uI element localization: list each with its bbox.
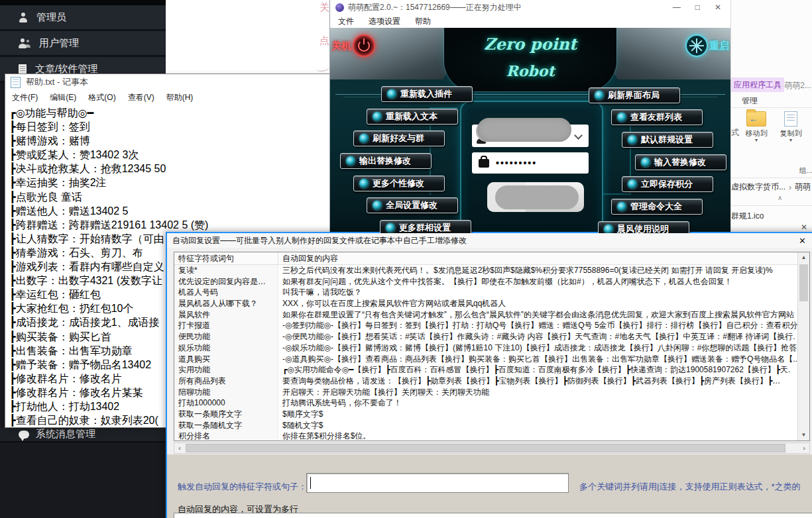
bot-action-button[interactable]: 全局设置修改	[367, 197, 458, 213]
gear-icon	[604, 225, 613, 233]
bot-action-button[interactable]: 查看友群列表	[611, 109, 703, 125]
trigger-input[interactable]	[306, 473, 569, 493]
chevron-down-icon[interactable]	[574, 131, 583, 140]
bot-action-button[interactable]: 更多个性修改	[353, 176, 445, 191]
password-field[interactable]: •••••••••	[472, 152, 589, 174]
autoreply-row[interactable]: 晨风软件 如果你在群规里设置了“只有包含关键词才触发”，那么包含“晨风软件”的关…	[174, 309, 798, 321]
bot-action-button[interactable]: 晨风使用说明	[598, 221, 689, 233]
vertical-scrollbar[interactable]: ▲ ▼	[797, 252, 809, 440]
scroll-right-arrow[interactable]: ›	[799, 443, 809, 453]
trigger-cell: 打劫1000000	[174, 397, 278, 409]
bot-action-label: 更多个性修改	[373, 178, 424, 189]
bot-action-button[interactable]: 默认群规设置	[622, 132, 713, 148]
autoreply-row[interactable]: 机器人号码 叫我干嘛，请我吃饭？	[174, 287, 798, 298]
trigger-cell: 道具购买	[174, 354, 278, 365]
bot-action-label: 输出替换修改	[359, 155, 411, 167]
menu-file[interactable]: 文件(F)	[12, 92, 38, 103]
copy-to-button[interactable]: 复制到 ▾	[776, 111, 805, 142]
bot-action-label: 刷新界面布局	[608, 89, 660, 101]
menu-help[interactable]: 帮助(H)	[166, 92, 194, 103]
reply-cell: -◎道具购买◎-【换行】查看商品：商品列表【换行】购买装备：购买匕首【换行】出售…	[278, 354, 798, 365]
scrollbar-thumb[interactable]	[186, 444, 785, 452]
censor-blob	[477, 118, 571, 142]
close-button[interactable]: ✕	[715, 3, 721, 12]
trigger-cell: 娱乐功能	[174, 342, 278, 354]
reply-cell: $顺序文字$	[278, 409, 798, 420]
autoreply-row[interactable]: 获取一条随机文字 $随机文字$	[174, 420, 798, 431]
shutdown-button[interactable]: 关机	[331, 34, 375, 57]
menu-format[interactable]: 格式(O)	[88, 92, 115, 103]
autoreply-row[interactable]: 娱乐功能 -◎娱乐功能◎-【换行】赌博游戏：赌博【换行】(赌博1赔10 下注10…	[174, 342, 798, 354]
scrollbar-thumb[interactable]	[799, 264, 808, 301]
login-button-censored[interactable]	[487, 182, 584, 212]
autoreply-row[interactable]: 道具购买 -◎道具购买◎-【换行】查看商品：商品列表【换行】购买装备：购买匕首【…	[174, 354, 798, 365]
autoreply-row[interactable]: 积分排名 你排在第$积分排名$位。	[174, 431, 798, 441]
breadcrumb-folder[interactable]: 虚拟数字货币...	[731, 181, 785, 193]
menu-file[interactable]: 文件	[338, 16, 354, 27]
menu-options[interactable]: 选项设置	[369, 16, 400, 27]
reply-content-textarea[interactable]	[174, 513, 812, 518]
autoreply-row[interactable]: 打劫1000000 打劫腾讯系统号码，你不要命了！	[174, 397, 798, 409]
copy-pages-icon	[784, 111, 797, 127]
gear-icon	[373, 112, 382, 121]
collapse-ribbon-chevron[interactable]: ∧	[778, 194, 782, 201]
close-icon[interactable]: ✕	[799, 236, 806, 246]
autoreply-row[interactable]: 陪聊功能 开启聊天：开启聊天功能【换行】关闭聊天：关闭聊天功能	[174, 387, 798, 398]
account-combobox[interactable]	[472, 125, 589, 147]
bot-action-button[interactable]: 重新载入插件	[381, 86, 473, 102]
scroll-left-arrow[interactable]: ‹	[174, 443, 185, 453]
reply-cell: 打劫腾讯系统号码，你不要命了！	[278, 397, 798, 409]
caret-down-icon: ▾	[776, 138, 805, 142]
autoreply-row[interactable]: 打卡报道 -◎签到功能◎-【换行】每日签到：签到【换行】打劫：打劫Q号【换行】赠…	[174, 320, 798, 331]
trigger-cell: 获取一条顺序文字	[174, 409, 278, 420]
close-icon[interactable]: ✕	[801, 223, 807, 232]
autoreply-row[interactable]: 实用功能 ┏◎实用功能命令◎━【换行】┣百度百科：百科感冒【换行】┣百度知道：百…	[174, 364, 798, 376]
file-name-label[interactable]: 群规1.ico	[731, 211, 764, 222]
gear-icon	[386, 223, 395, 233]
move-to-button[interactable]: ← 移动到 ▾	[742, 111, 771, 142]
autoreply-row[interactable]: 晨风机器人从哪下载？ XXX，你可以在百度上搜索晨风软件官方网站或者晨风qq机器…	[174, 298, 798, 309]
reply-cell: $随机文字$	[278, 420, 798, 431]
trigger-cell: 复读*	[174, 265, 278, 276]
explorer-manage-tab[interactable]: 管理	[742, 95, 758, 107]
autoreply-row[interactable]: 优先设定的回复内容是… 如果有群友问问题，优先从这个文件中找答案。【换行】即使在…	[174, 276, 798, 287]
bot-action-button[interactable]: 刷新界面布局	[589, 87, 680, 103]
autoreply-titlebar[interactable]: 自动回复设置——可批量导入别人制作好的回复文件或在记事本中自己手工增添修改	[167, 233, 812, 248]
bot-action-button[interactable]: 更多群相设置	[380, 220, 471, 233]
sidebar-item-user-management[interactable]: 用户管理	[0, 31, 166, 57]
menu-help[interactable]: 帮助	[415, 16, 431, 27]
autoreply-row[interactable]: 获取一条顺序文字 $顺序文字$	[174, 409, 798, 420]
scroll-up-arrow[interactable]: ▲	[798, 252, 809, 263]
trigger-cell: 陪聊功能	[174, 387, 278, 398]
sidebar-item-system-messages[interactable]: 系统消息管理	[0, 427, 166, 442]
bot-action-button[interactable]: 管理命令大全	[611, 199, 703, 215]
menu-edit[interactable]: 编辑(E)	[50, 92, 76, 103]
horizontal-scrollbar[interactable]: ‹ ›	[174, 442, 810, 454]
bot-action-button[interactable]: 输出替换修改	[340, 153, 432, 169]
bot-config-window: 萌萌配置2.0.~：1547712669——正在努力处理中 — □ ✕ 文件 选…	[330, 0, 730, 233]
bot-action-button[interactable]: 立即保存积分	[622, 176, 713, 192]
autoreply-row[interactable]: 所有商品列表 要查询每类物品价格，请发送：【换行】┣勋章列表【换行】┣宝物列表【…	[174, 376, 798, 387]
autoreply-row[interactable]: 复读* 三秒之后代码没有发出来则代表死代码！。$发消息延迟2秒$回声$隐藏$%积…	[174, 265, 798, 276]
bot-titlebar[interactable]: 萌萌配置2.0.~：1547712669——正在努力处理中 — □ ✕	[330, 0, 730, 15]
breadcrumb[interactable]: 虚拟数字货币... › 萌萌	[731, 181, 811, 193]
trigger-cell: 便民功能	[174, 331, 278, 342]
sidebar-item-label: 系统消息管理	[36, 428, 95, 440]
sidebar-item-admin[interactable]: 管理员	[0, 5, 166, 31]
bot-action-button[interactable]: 输入替换修改	[635, 154, 726, 170]
maximize-button[interactable]: □	[695, 3, 700, 12]
bot-action-label: 重新载入文本	[386, 111, 437, 123]
menu-view[interactable]: 查看(V)	[128, 92, 154, 103]
trigger-cell: 实用功能	[174, 364, 278, 376]
bot-action-button[interactable]: 刷新好友与群	[353, 130, 445, 146]
restart-button[interactable]: 重启	[685, 34, 729, 57]
notepad-titlebar[interactable]: 帮助.txt - 记事本	[5, 74, 330, 90]
reply-cell: 如果你在群规里设置了“只有包含关键词才触发”，那么包含“晨风软件”的关键字都会由…	[278, 309, 798, 321]
scroll-down-arrow[interactable]: ▼	[798, 430, 809, 440]
breadcrumb-folder[interactable]: 萌萌	[795, 181, 811, 193]
bot-action-button[interactable]: 重新载入文本	[367, 109, 458, 125]
autoreply-row[interactable]: 便民功能 -◎便民功能◎-【换行】想看笑话：#笑话【换行】作藏头诗：#藏头诗 内…	[174, 331, 798, 342]
explorer-app-tools-tab[interactable]: 应用程序工具	[731, 78, 784, 92]
minimize-button[interactable]: —	[673, 3, 681, 12]
bot-action-label: 全局设置修改	[386, 199, 437, 211]
